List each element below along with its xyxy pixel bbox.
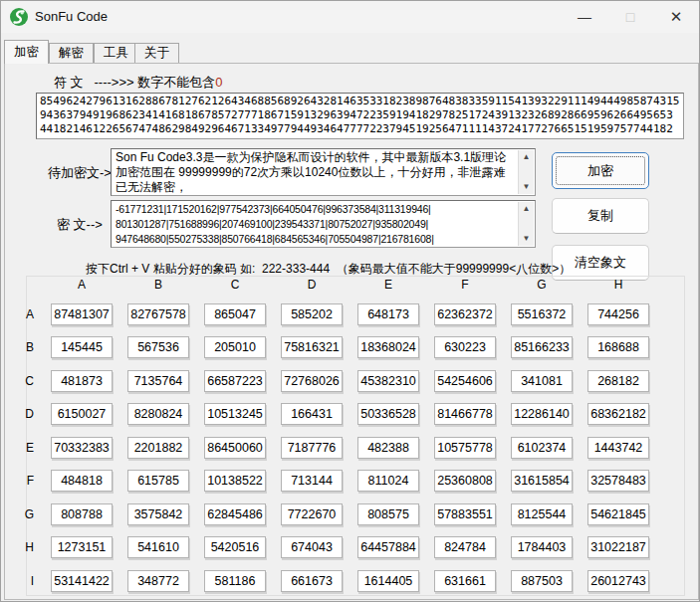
grid-cell-E-F[interactable]: 10575778 (434, 437, 496, 459)
grid-cell-F-B[interactable]: 615785 (127, 470, 189, 492)
grid-cell-A-H[interactable]: 744256 (587, 303, 649, 325)
grid-col-header-G: G (511, 278, 573, 292)
grid-cell-E-H[interactable]: 1443742 (587, 437, 649, 459)
grid-cell-F-C[interactable]: 10138522 (204, 470, 266, 492)
grid-cell-F-G[interactable]: 31615854 (511, 470, 573, 492)
scroll-down-icon[interactable]: ▼ (519, 180, 534, 194)
grid-cell-A-G[interactable]: 5516372 (511, 303, 573, 325)
rune-textarea[interactable]: 8549624279613162886781276212643468856892… (36, 93, 684, 139)
grid-cell-D-H[interactable]: 68362182 (587, 403, 649, 425)
grid-cell-H-B[interactable]: 541610 (127, 536, 189, 558)
tab-decrypt[interactable]: 解密 (49, 43, 94, 63)
grid-cell-B-G[interactable]: 85166233 (511, 336, 573, 358)
grid-cell-H-G[interactable]: 1784403 (511, 536, 573, 558)
ciphertext-scrollbar[interactable]: ▲ ▼ (518, 202, 534, 246)
grid-row-label-B: B (10, 336, 36, 358)
grid-cell-A-D[interactable]: 585202 (281, 303, 343, 325)
copy-button[interactable]: 复制 (552, 198, 649, 234)
scroll-up-icon[interactable]: ▲ (519, 202, 534, 216)
grid-cell-E-D[interactable]: 7187776 (281, 437, 343, 459)
grid-cell-D-B[interactable]: 8280824 (127, 403, 189, 425)
grid-cell-I-D[interactable]: 661673 (281, 570, 343, 592)
grid-cell-C-E[interactable]: 45382310 (357, 370, 419, 392)
grid-cell-A-C[interactable]: 865047 (204, 303, 266, 325)
grid-cell-H-F[interactable]: 824784 (434, 536, 496, 558)
grid-cell-D-F[interactable]: 81466778 (434, 403, 496, 425)
tab-encrypt[interactable]: 加密 (4, 40, 49, 64)
grid-cell-I-B[interactable]: 348772 (127, 570, 189, 592)
grid-cell-G-G[interactable]: 8125544 (511, 503, 573, 525)
scroll-up-icon[interactable]: ▲ (519, 150, 534, 164)
grid-cell-I-A[interactable]: 53141422 (51, 570, 113, 592)
grid-cell-D-C[interactable]: 10513245 (204, 403, 266, 425)
grid-cell-D-G[interactable]: 12286140 (511, 403, 573, 425)
grid-cell-I-H[interactable]: 26012743 (587, 570, 649, 592)
grid-cell-C-F[interactable]: 54254606 (434, 370, 496, 392)
grid-cell-C-D[interactable]: 72768026 (281, 370, 343, 392)
grid-cell-D-E[interactable]: 50336528 (357, 403, 419, 425)
grid-cell-F-A[interactable]: 484818 (51, 470, 113, 492)
grid-row-label-G: G (10, 503, 36, 525)
grid-cell-A-B[interactable]: 82767578 (127, 303, 189, 325)
grid-cell-G-B[interactable]: 3575842 (127, 503, 189, 525)
grid-cell-I-C[interactable]: 581186 (204, 570, 266, 592)
grid-cell-E-E[interactable]: 482388 (357, 437, 419, 459)
tab-tools[interactable]: 工具 (94, 43, 138, 63)
close-button[interactable]: ✕ (653, 1, 699, 33)
grid-cell-I-E[interactable]: 1614405 (357, 570, 419, 592)
grid-cell-E-A[interactable]: 70332383 (51, 437, 113, 459)
grid-cell-C-H[interactable]: 268182 (587, 370, 649, 392)
grid-cell-G-E[interactable]: 808575 (357, 503, 419, 525)
grid-cell-B-C[interactable]: 205010 (204, 336, 266, 358)
scroll-down-icon[interactable]: ▼ (519, 232, 534, 246)
rune-hint: 数字不能包含 (137, 75, 215, 90)
grid-cell-B-B[interactable]: 567536 (127, 336, 189, 358)
grid-cell-E-C[interactable]: 86450060 (204, 437, 266, 459)
grid-cell-I-F[interactable]: 631661 (434, 570, 496, 592)
grid-cell-C-C[interactable]: 66587223 (204, 370, 266, 392)
grid-cell-B-D[interactable]: 75816321 (281, 336, 343, 358)
grid-cell-C-G[interactable]: 341081 (511, 370, 573, 392)
grid-cell-D-D[interactable]: 166431 (281, 403, 343, 425)
grid-cell-F-E[interactable]: 811024 (357, 470, 419, 492)
grid-cell-G-F[interactable]: 57883551 (434, 503, 496, 525)
ciphertext-line: 947648680|550275338|850766418|684565346|… (116, 232, 515, 246)
grid-cell-H-H[interactable]: 31022187 (587, 536, 649, 558)
grid-cell-A-E[interactable]: 648173 (357, 303, 419, 325)
grid-cell-F-F[interactable]: 25360808 (434, 470, 496, 492)
grid-cell-A-A[interactable]: 87481307 (51, 303, 113, 325)
ciphertext-textarea[interactable]: -61771231|171520162|977542373|664050476|… (111, 200, 536, 248)
grid-cell-F-D[interactable]: 713144 (281, 470, 343, 492)
grid-cell-E-B[interactable]: 2201882 (127, 437, 189, 459)
grid-cell-A-F[interactable]: 62362372 (434, 303, 496, 325)
grid-cell-H-D[interactable]: 674043 (281, 536, 343, 558)
ciphertext-line: -61771231|171520162|977542373|664050476|… (116, 202, 515, 217)
encrypt-button[interactable]: 加密 (552, 152, 649, 189)
grid-cell-G-H[interactable]: 54621845 (587, 503, 649, 525)
minimize-button[interactable]: — (562, 1, 607, 33)
grid-cell-B-A[interactable]: 145445 (51, 336, 113, 358)
plaintext-scrollbar[interactable]: ▲ ▼ (518, 150, 534, 194)
maximize-button[interactable]: □ (607, 1, 653, 33)
grid-cell-C-B[interactable]: 7135764 (127, 370, 189, 392)
grid-cell-B-F[interactable]: 630223 (434, 336, 496, 358)
grid-cell-G-A[interactable]: 808788 (51, 503, 113, 525)
grid-cell-B-E[interactable]: 18368024 (357, 336, 419, 358)
app-logo-icon (9, 7, 29, 27)
grid-cell-H-A[interactable]: 1273151 (51, 536, 113, 558)
grid-cell-F-H[interactable]: 32578483 (587, 470, 649, 492)
grid-cell-G-C[interactable]: 62845486 (204, 503, 266, 525)
grid-cell-B-H[interactable]: 168688 (587, 336, 649, 358)
grid-cell-I-G[interactable]: 887503 (511, 570, 573, 592)
grid-cell-C-A[interactable]: 481873 (51, 370, 113, 392)
window-title: SonFu Code (35, 9, 108, 24)
ciphertext-label: 密 文--> (57, 216, 103, 234)
grid-cell-H-C[interactable]: 5420516 (204, 536, 266, 558)
rune-line: 8549624279613162886781276212643468856892… (40, 95, 680, 108)
grid-cell-G-D[interactable]: 7722670 (281, 503, 343, 525)
grid-cell-H-E[interactable]: 64457884 (357, 536, 419, 558)
tab-about[interactable]: 关于 (134, 43, 179, 63)
grid-cell-E-G[interactable]: 6102374 (511, 437, 573, 459)
plaintext-textarea[interactable]: Son Fu Code3.3是一款为保护隐私而设计的软件，其中最新版本3.1版理… (111, 148, 536, 196)
grid-cell-D-A[interactable]: 6150027 (51, 403, 113, 425)
